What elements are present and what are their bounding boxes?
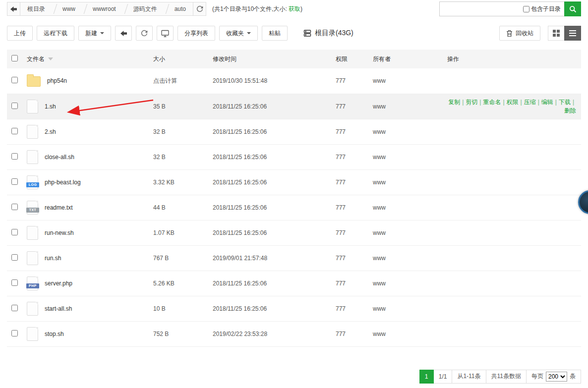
row-action-link[interactable]: 压缩 — [524, 99, 536, 106]
row-checkbox[interactable] — [11, 279, 18, 286]
file-permission: 777 — [336, 144, 373, 169]
path-refresh-button[interactable] — [193, 2, 206, 16]
row-checkbox[interactable] — [11, 178, 18, 185]
file-name-link[interactable]: stop.sh — [45, 331, 64, 337]
file-table: 文件名 大小 修改时间 权限 所有者 操作 php54n 点击计算 2019/1… — [7, 50, 581, 347]
row-actions — [447, 296, 581, 321]
favorites-button[interactable]: 收藏夹 — [219, 26, 258, 41]
table-row[interactable]: run.sh 767 B 2019/09/01 21:57:48 777 www — [7, 245, 581, 271]
select-all-checkbox[interactable] — [11, 55, 18, 61]
file-size: 32 B — [153, 119, 213, 144]
file-permission: 777 — [336, 296, 373, 321]
refresh-button[interactable] — [136, 26, 153, 41]
search-button[interactable] — [564, 1, 581, 16]
per-page-select[interactable]: 200 — [546, 372, 567, 382]
breadcrumb-item[interactable]: auto — [168, 2, 193, 15]
stats-text: (共1个目录与10个文件,大小: — [212, 5, 289, 12]
breadcrumb-item[interactable]: 根目录 — [20, 2, 52, 15]
row-action-link[interactable]: 下载 — [559, 99, 571, 106]
breadcrumb-item[interactable]: 源码文件 — [126, 2, 164, 15]
file-permission: 777 — [336, 321, 373, 346]
file-name-link[interactable]: run-new.sh — [45, 229, 74, 236]
terminal-button[interactable] — [157, 26, 174, 41]
include-subdir-checkbox[interactable] — [523, 6, 529, 12]
row-checkbox[interactable] — [11, 153, 18, 160]
trash-icon — [506, 30, 513, 37]
upload-button[interactable]: 上传 — [7, 26, 33, 41]
list-view-button[interactable] — [564, 26, 581, 41]
file-name-link[interactable]: close-all.sh — [45, 154, 74, 161]
back-button[interactable] — [115, 26, 132, 41]
row-action-link[interactable]: 权限 — [507, 99, 519, 106]
file-name-link[interactable]: run.sh — [45, 255, 61, 262]
row-checkbox[interactable] — [11, 305, 18, 311]
table-row[interactable]: 2.sh 32 B 2018/11/25 16:25:06 777 www — [7, 119, 581, 144]
compute-size-link[interactable]: 点击计算 — [153, 68, 213, 94]
page-number-current[interactable]: 1 — [419, 370, 434, 384]
row-checkbox[interactable] — [11, 77, 18, 83]
file-name-link[interactable]: php54n — [47, 77, 67, 84]
chevron-down-icon — [247, 32, 251, 34]
share-list-button[interactable]: 分享列表 — [177, 26, 215, 41]
table-row[interactable]: TXTreadme.txt 44 B 2018/11/25 16:25:06 7… — [7, 195, 581, 220]
path-back-button[interactable] — [7, 2, 20, 16]
get-size-link[interactable]: 获取 — [289, 5, 300, 12]
recycle-bin-button[interactable]: 回收站 — [499, 26, 540, 41]
file-icon — [27, 150, 38, 164]
new-menu-button[interactable]: 新建 — [78, 26, 111, 41]
terminal-icon — [161, 30, 169, 37]
table-row[interactable]: stop.sh 752 B 2019/02/22 23:53:28 777 ww… — [7, 321, 581, 346]
row-checkbox[interactable] — [11, 128, 18, 134]
file-name-link[interactable]: php-beast.log — [45, 179, 81, 186]
row-checkbox[interactable] — [11, 103, 18, 109]
header-filename[interactable]: 文件名 — [27, 55, 45, 62]
page-indicator: 1/1 — [433, 370, 453, 384]
txt-icon: TXT — [27, 201, 38, 215]
file-name-link[interactable]: readme.txt — [45, 204, 73, 211]
row-action-link[interactable]: 重命名 — [483, 99, 501, 106]
file-name-link[interactable]: 1.sh — [45, 103, 56, 110]
table-row[interactable]: start-all.sh 10 B 2018/11/25 16:25:06 77… — [7, 296, 581, 321]
row-actions — [447, 245, 581, 271]
root-disk-info[interactable]: 根目录(43G) — [303, 29, 353, 38]
include-subdir-option[interactable]: 包含子目录 — [523, 5, 561, 13]
row-action-link[interactable]: 编辑 — [541, 99, 553, 106]
chevron-down-icon — [100, 32, 104, 34]
file-type-badge: PHP — [26, 283, 39, 288]
log-icon: LOG — [27, 175, 38, 189]
row-action-link[interactable]: 复制 — [448, 99, 460, 106]
table-row[interactable]: PHPserver.php 5.26 KB 2018/11/25 16:25:0… — [7, 271, 581, 296]
page-range: 从1-11条 — [452, 370, 486, 384]
pagination: 1 1/1 从1-11条 共11条数据 每页 200 条 — [7, 370, 581, 384]
file-size: 10 B — [153, 296, 213, 321]
row-action-link[interactable]: 删除 — [564, 107, 576, 114]
row-checkbox[interactable] — [11, 254, 18, 261]
table-row[interactable]: close-all.sh 32 B 2018/11/25 16:25:06 77… — [7, 144, 581, 169]
table-row[interactable]: 1.sh 35 B 2018/11/25 16:25:06 777 www 复制… — [7, 94, 581, 119]
action-separator: | — [503, 99, 504, 106]
row-checkbox[interactable] — [11, 229, 18, 235]
row-action-link[interactable]: 剪切 — [466, 99, 477, 106]
file-owner: www — [373, 220, 447, 245]
table-row[interactable]: php54n 点击计算 2019/10/30 15:51:48 777 www — [7, 68, 581, 94]
file-name-link[interactable]: server.php — [45, 280, 72, 287]
file-owner: www — [373, 144, 447, 169]
row-checkbox[interactable] — [11, 330, 18, 336]
remote-download-button[interactable]: 远程下载 — [37, 26, 74, 41]
file-name-link[interactable]: start-all.sh — [45, 305, 72, 312]
breadcrumb-item[interactable]: www — [56, 2, 82, 15]
row-checkbox[interactable] — [11, 204, 18, 210]
file-size: 5.26 KB — [153, 271, 213, 296]
action-separator: | — [462, 99, 464, 106]
disk-icon — [303, 29, 311, 37]
file-mtime: 2018/11/25 16:25:06 — [213, 195, 336, 220]
file-mtime: 2019/09/01 21:57:48 — [213, 245, 336, 271]
file-type-badge: LOG — [26, 182, 39, 187]
search-input[interactable] — [443, 2, 521, 15]
paste-button[interactable]: 粘贴 — [262, 26, 288, 41]
breadcrumb-item[interactable]: wwwroot — [86, 2, 123, 15]
table-row[interactable]: LOGphp-beast.log 3.32 KB 2018/11/25 16:2… — [7, 169, 581, 195]
table-row[interactable]: run-new.sh 1.07 KB 2018/11/25 16:25:06 7… — [7, 220, 581, 245]
file-name-link[interactable]: 2.sh — [45, 128, 56, 135]
grid-view-button[interactable] — [548, 26, 565, 41]
